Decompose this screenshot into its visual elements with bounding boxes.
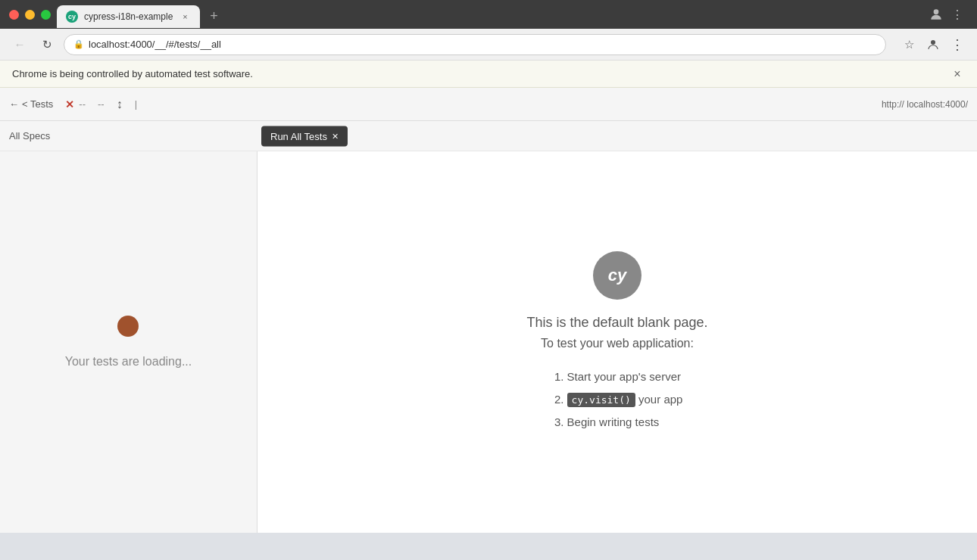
back-button[interactable]: ←	[9, 34, 30, 55]
loading-container: Your tests are loading...	[65, 316, 192, 369]
step-3: Begin writing tests	[567, 411, 683, 434]
profile-icon	[925, 4, 947, 25]
omnibox-bar: ← ↻ 🔒 localhost:4000/__/#/tests/__all ☆ …	[0, 29, 977, 61]
automation-banner: Chrome is being controlled by automated …	[0, 61, 977, 88]
blank-page-steps: Start your app's server cy.visit() your …	[567, 366, 683, 434]
pipe-separator: |	[135, 98, 137, 110]
cypress-split-pane: Your tests are loading... cy This is the…	[0, 151, 977, 533]
run-all-label: Run All Tests	[270, 130, 327, 142]
tests-pane: Your tests are loading...	[0, 151, 258, 533]
loading-text: Your tests are loading...	[65, 355, 192, 369]
account-button[interactable]	[922, 34, 944, 55]
loading-spinner	[117, 316, 139, 337]
svg-point-0	[934, 9, 939, 14]
cypress-logo: cy	[593, 251, 641, 300]
banner-close-button[interactable]: ×	[950, 67, 965, 82]
refresh-button[interactable]: ↻	[36, 34, 58, 55]
cy-visit-code: cy.visit()	[567, 393, 635, 407]
tab-favicon: cy	[66, 11, 78, 23]
step-2-suffix: your app	[638, 393, 682, 406]
tab-title: cypress-i18n-example	[84, 11, 173, 22]
step-1: Start your app's server	[567, 366, 683, 388]
tab-bar: cy cypress-i18n-example × + ⋮	[57, 1, 968, 28]
sort-icon[interactable]: ↕	[117, 98, 123, 111]
maximize-window-button[interactable]	[41, 10, 51, 20]
back-arrow-icon: ←	[9, 98, 19, 110]
app-url-display: http:// localhost:4000/	[882, 99, 968, 110]
dash2: --	[98, 98, 105, 110]
url-display: localhost:4000/__/#/tests/__all	[89, 39, 876, 50]
automation-text: Chrome is being controlled by automated …	[12, 68, 253, 79]
cypress-runner: ← < Tests ✕ -- -- ↕ | http:// localhost:…	[0, 88, 977, 533]
svg-point-1	[931, 40, 935, 45]
traffic-lights	[9, 10, 51, 20]
blank-page-subtitle: To test your web application:	[541, 337, 694, 350]
address-bar[interactable]: 🔒 localhost:4000/__/#/tests/__all	[64, 34, 886, 55]
bookmark-button[interactable]: ☆	[898, 34, 919, 55]
title-bar: cy cypress-i18n-example × + ⋮	[0, 0, 977, 29]
new-tab-button[interactable]: +	[203, 5, 224, 26]
lock-icon: 🔒	[73, 39, 84, 49]
close-window-button[interactable]	[9, 10, 19, 20]
chrome-menu-button[interactable]: ⋮	[947, 34, 968, 55]
preview-pane: cy This is the default blank page. To te…	[258, 151, 977, 533]
tab-close-button[interactable]: ×	[179, 11, 191, 23]
fail-icon: ✕	[65, 98, 74, 110]
browser-chrome: cy cypress-i18n-example × + ⋮ ← ↻ 🔒 loca…	[0, 0, 977, 533]
minimize-window-button[interactable]	[25, 10, 35, 20]
all-specs-label: All Specs	[9, 130, 50, 142]
browser-actions: ☆ ⋮	[898, 34, 968, 55]
cypress-toolbar: ← < Tests ✕ -- -- ↕ | http:// localhost:…	[0, 88, 977, 121]
run-all-tests-button[interactable]: Run All Tests ✕	[261, 126, 348, 146]
cypress-subbar: All Specs Run All Tests ✕	[0, 121, 977, 151]
run-all-icon: ✕	[332, 131, 339, 141]
toolbar-status: ✕ --	[65, 98, 86, 110]
step-2: cy.visit() your app	[567, 388, 683, 411]
back-label: < Tests	[22, 98, 53, 110]
browser-tab[interactable]: cy cypress-i18n-example ×	[57, 5, 200, 28]
browser-menu-icon[interactable]: ⋮	[947, 4, 968, 25]
back-to-tests-button[interactable]: ← < Tests	[9, 98, 53, 110]
blank-page-title: This is the default blank page.	[526, 315, 707, 331]
dash1: --	[79, 98, 86, 110]
